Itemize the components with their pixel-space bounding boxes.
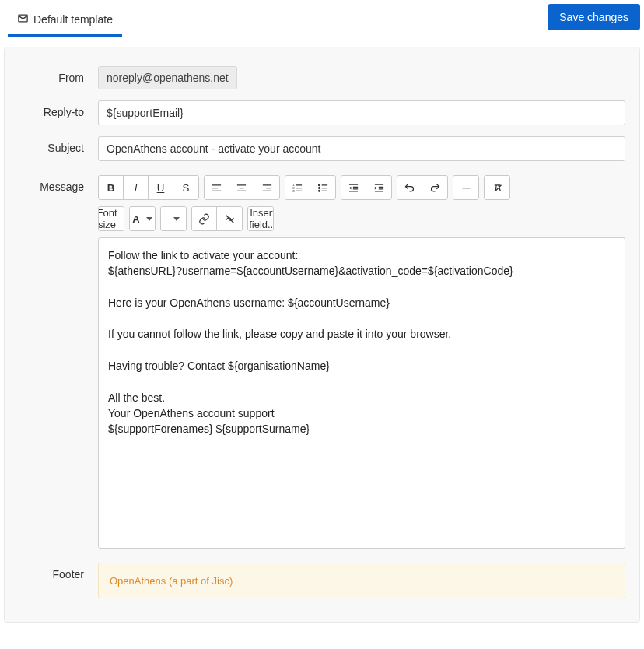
group-hr <box>453 175 479 200</box>
message-editor[interactable]: Follow the link to activate your account… <box>98 237 625 549</box>
footer-box: OpenAthens (a part of Jisc) <box>98 563 625 598</box>
clear-format-button[interactable] <box>485 176 509 199</box>
group-align <box>204 175 280 200</box>
chevron-down-icon <box>124 217 124 221</box>
svg-point-18 <box>318 190 320 191</box>
link-button[interactable] <box>192 207 217 230</box>
insert-field-button[interactable]: Insert field... <box>248 207 273 230</box>
horizontal-rule-button[interactable] <box>453 176 478 199</box>
group-text-style: B I U S <box>98 175 199 200</box>
group-indent <box>341 175 392 200</box>
font-color-icon: A <box>132 213 139 225</box>
row-subject: Subject <box>19 136 625 161</box>
link-icon <box>198 213 210 225</box>
tab-default-template[interactable]: Default template <box>8 5 122 37</box>
indent-icon <box>373 182 385 194</box>
from-readonly-value: noreply@openathens.net <box>98 66 237 89</box>
redo-button[interactable] <box>422 176 447 199</box>
group-clear <box>484 175 510 200</box>
save-changes-button[interactable]: Save changes <box>548 4 640 30</box>
underline-button[interactable]: U <box>149 176 173 199</box>
envelope-icon <box>17 12 29 26</box>
editor-toolbar: B I U S <box>98 175 625 200</box>
align-left-button[interactable] <box>205 176 229 199</box>
outdent-button[interactable] <box>341 176 366 199</box>
font-size-dropdown[interactable]: Font size <box>99 207 124 230</box>
italic-icon: I <box>135 182 138 194</box>
row-reply-to: Reply-to <box>19 100 625 125</box>
bold-button[interactable]: B <box>99 176 124 199</box>
editor-toolbar-row2: Font size A <box>98 206 625 231</box>
chevron-down-icon <box>173 217 180 221</box>
label-footer: Footer <box>19 563 98 581</box>
tab-label: Default template <box>33 13 113 26</box>
underline-icon: U <box>157 182 165 194</box>
ordered-list-icon: 123 <box>292 182 303 194</box>
top-bar: Default template Save changes <box>4 4 640 37</box>
ordered-list-button[interactable]: 123 <box>285 176 310 199</box>
redo-icon <box>429 182 441 194</box>
insert-field-label: Insert field... <box>249 207 274 230</box>
align-center-icon <box>236 182 247 194</box>
row-message: Message B I U S <box>19 175 625 549</box>
align-right-button[interactable] <box>254 176 279 199</box>
undo-icon <box>404 182 415 194</box>
align-center-button[interactable] <box>229 176 254 199</box>
row-footer: Footer OpenAthens (a part of Jisc) <box>19 563 625 598</box>
insert-media-dropdown[interactable] <box>161 207 186 230</box>
footer-link[interactable]: OpenAthens (a part of Jisc) <box>110 575 233 587</box>
group-media <box>160 206 187 231</box>
svg-text:3: 3 <box>292 188 295 192</box>
label-subject: Subject <box>19 136 98 154</box>
chevron-down-icon <box>146 217 152 221</box>
group-history <box>397 175 448 200</box>
bold-icon: B <box>107 182 115 194</box>
unlink-icon <box>224 213 236 225</box>
font-size-label: Font size <box>98 207 117 230</box>
group-insert-field: Insert field... <box>247 206 274 231</box>
font-color-dropdown[interactable]: A <box>130 207 155 230</box>
indent-button[interactable] <box>366 176 391 199</box>
outdent-icon <box>348 182 359 194</box>
unordered-list-button[interactable] <box>310 176 335 199</box>
align-left-icon <box>211 182 222 194</box>
unlink-button[interactable] <box>217 207 242 230</box>
svg-point-17 <box>318 187 320 188</box>
group-font-color: A <box>129 206 156 231</box>
clear-format-icon <box>492 182 503 194</box>
label-message: Message <box>19 175 98 193</box>
value-from: noreply@openathens.net <box>98 66 625 89</box>
label-reply-to: Reply-to <box>19 100 98 118</box>
group-font-size: Font size <box>98 206 124 231</box>
subject-input[interactable] <box>98 136 625 161</box>
strike-button[interactable]: S <box>173 176 198 199</box>
align-right-icon <box>261 182 273 194</box>
reply-to-input[interactable] <box>98 100 625 125</box>
unordered-list-icon <box>317 182 329 194</box>
italic-button[interactable]: I <box>124 176 149 199</box>
form-panel: From noreply@openathens.net Reply-to Sub… <box>4 47 640 623</box>
svg-point-16 <box>318 184 320 185</box>
strike-icon: S <box>183 182 190 194</box>
label-from: From <box>19 66 98 84</box>
undo-button[interactable] <box>397 176 422 199</box>
horizontal-rule-icon <box>460 182 472 194</box>
group-lists: 123 <box>285 175 336 200</box>
group-links <box>191 206 243 231</box>
row-from: From noreply@openathens.net <box>19 66 625 89</box>
